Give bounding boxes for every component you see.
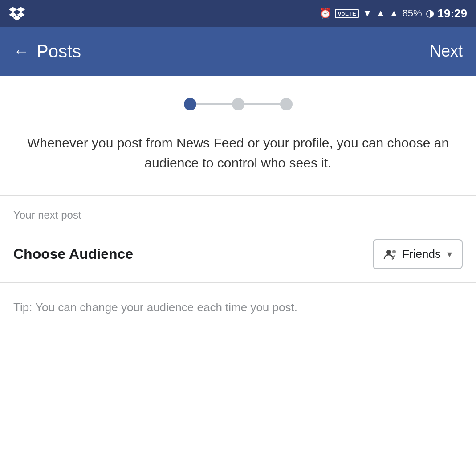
- choose-audience-label: Choose Audience: [13, 246, 133, 262]
- svg-point-0: [386, 250, 391, 254]
- step-dot-1: [184, 98, 196, 110]
- status-bar: ⏰ VoLTE ▼ ▲ ▲ 85% ◑ 19:29: [0, 0, 476, 27]
- step-line-1: [196, 103, 232, 105]
- battery-icon: ◑: [426, 8, 434, 19]
- battery-level: 85%: [402, 8, 422, 19]
- audience-button-label: Friends: [402, 247, 441, 261]
- nav-left: ← Posts: [13, 41, 81, 61]
- signal-icon-1: ▲: [376, 8, 386, 19]
- status-bar-right: ⏰ VoLTE ▼ ▲ ▲ 85% ◑ 19:29: [319, 7, 467, 20]
- signal-icon-2: ▲: [389, 8, 399, 19]
- page-title: Posts: [37, 41, 81, 61]
- svg-point-1: [392, 250, 396, 253]
- audience-dropdown-button[interactable]: Friends ▾: [373, 239, 463, 269]
- step-line-2: [244, 103, 280, 105]
- friends-icon: [383, 249, 398, 260]
- tip-text: Tip: You can change your audience each t…: [0, 283, 476, 323]
- chevron-down-icon: ▾: [447, 249, 452, 260]
- wifi-icon: ▼: [362, 8, 372, 19]
- section-label: Your next post: [0, 196, 476, 230]
- description-text: Whenever you post from News Feed or your…: [0, 128, 476, 195]
- nav-bar: ← Posts Next: [0, 27, 476, 76]
- alarm-icon: ⏰: [319, 8, 331, 19]
- status-bar-left: [9, 5, 25, 21]
- back-button[interactable]: ←: [13, 42, 29, 61]
- next-button[interactable]: Next: [430, 42, 463, 61]
- status-time: 19:29: [438, 7, 468, 20]
- main-content: Whenever you post from News Feed or your…: [0, 76, 476, 465]
- step-indicator: [0, 76, 476, 128]
- volte-badge: VoLTE: [335, 9, 359, 18]
- audience-row: Choose Audience Friends ▾: [0, 230, 476, 282]
- step-dot-2: [232, 98, 244, 110]
- dropbox-icon: [9, 5, 25, 21]
- step-dot-3: [280, 98, 293, 110]
